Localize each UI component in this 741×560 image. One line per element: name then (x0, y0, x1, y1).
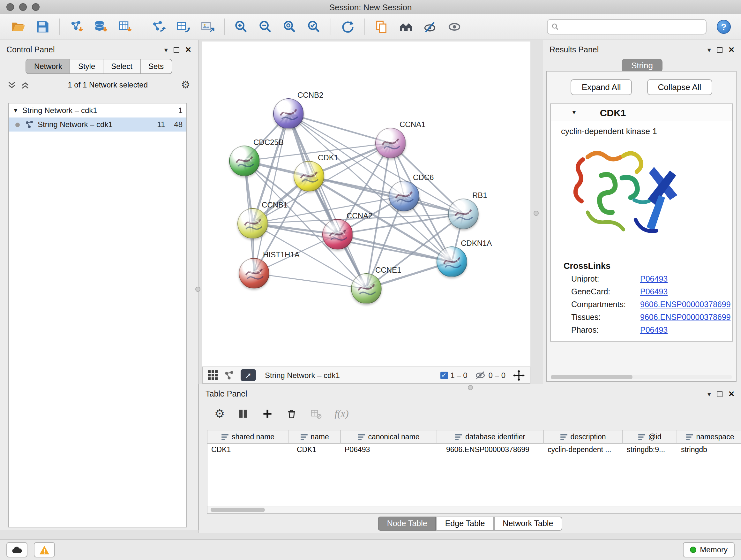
network-edge[interactable] (309, 176, 463, 214)
network-node-label: CCNE1 (375, 266, 401, 274)
zoom-out-button[interactable] (253, 16, 278, 38)
save-session-button[interactable] (30, 16, 55, 38)
column-header[interactable]: description (544, 430, 623, 444)
tab-edge-table[interactable]: Edge Table (436, 516, 494, 531)
tab-network[interactable]: Network (26, 59, 71, 73)
help-button[interactable]: ? (717, 20, 731, 34)
disclosure-triangle-icon[interactable]: ▼ (571, 109, 577, 116)
zoom-fit-button[interactable] (278, 16, 302, 38)
panel-close-icon[interactable]: ✕ (185, 46, 192, 54)
zoom-in-button[interactable] (229, 16, 253, 38)
tab-select[interactable]: Select (104, 59, 141, 73)
column-type-icon (560, 434, 567, 440)
import-network-from-database-button[interactable] (89, 16, 113, 38)
column-header[interactable]: name (289, 430, 341, 444)
tab-node-table[interactable]: Node Table (378, 516, 436, 531)
pan-crosshair-icon[interactable] (513, 369, 525, 381)
vertical-splitter-handle[interactable] (195, 287, 200, 292)
network-view-button[interactable] (224, 370, 234, 380)
network-node-ccne1[interactable] (351, 273, 382, 304)
column-header[interactable]: database identifier (437, 430, 544, 444)
network-edge[interactable] (288, 114, 391, 143)
add-column-icon[interactable] (262, 408, 273, 420)
network-node-cdkn1a[interactable] (436, 246, 467, 277)
gear-icon[interactable]: ⚙ (181, 80, 190, 90)
cell-canonical-name: P06493 (341, 444, 437, 457)
network-node-ccna1[interactable] (375, 128, 406, 159)
hide-annotations-button[interactable] (418, 16, 442, 38)
expand-all-icon[interactable] (21, 81, 29, 89)
cloud-status-button[interactable] (6, 542, 27, 557)
collapse-all-icon[interactable] (8, 81, 16, 89)
column-header[interactable]: shared name (207, 430, 289, 444)
detach-view-button[interactable]: ➚ (241, 369, 256, 381)
results-horizontal-scrollbar[interactable] (551, 375, 732, 379)
clone-network-button[interactable] (147, 16, 171, 38)
panel-close-icon[interactable]: ✕ (728, 390, 735, 398)
network-canvas[interactable]: CCNB2CCNA1CDC25BCDK1CDC6RB1CCNB1CCNA2CDK… (202, 42, 530, 367)
network-edge[interactable] (254, 273, 366, 289)
panel-float-icon[interactable] (717, 391, 723, 397)
network-node-cdk1[interactable] (293, 161, 324, 192)
import-network-from-file-button[interactable] (64, 16, 89, 38)
crosslink-link[interactable]: P06493 (640, 287, 668, 296)
import-table-from-file-button[interactable] (113, 16, 137, 38)
apply-layout-button[interactable] (336, 16, 360, 38)
panel-close-icon[interactable]: ✕ (728, 46, 735, 54)
disclosure-triangle-icon[interactable]: ▼ (13, 107, 18, 114)
tab-style[interactable]: Style (71, 59, 104, 73)
home-button[interactable] (394, 16, 418, 38)
delete-row-trash-icon[interactable] (286, 408, 297, 420)
tab-network-table[interactable]: Network Table (494, 516, 562, 531)
network-node-ccnb2[interactable] (273, 98, 304, 129)
show-graphics-details-button[interactable] (442, 16, 467, 38)
network-edge[interactable] (288, 114, 366, 289)
memory-button[interactable]: Memory (683, 542, 735, 557)
network-node-rb1[interactable] (448, 199, 479, 229)
panel-menu-icon[interactable]: ▾ (164, 46, 168, 53)
copy-button[interactable] (369, 16, 394, 38)
protein-section-header[interactable]: ▼ CDK1 (551, 104, 732, 121)
network-node-cdc6[interactable] (389, 181, 419, 211)
column-header[interactable]: @id (623, 430, 677, 444)
network-collection-row[interactable]: ▼ String Network – cdk1 1 (9, 104, 186, 118)
network-row[interactable]: String Network – cdk1 11 48 (9, 118, 186, 132)
network-node-ccnb1[interactable] (238, 208, 268, 239)
panel-float-icon[interactable] (717, 47, 723, 53)
expand-all-button[interactable]: Expand All (571, 79, 632, 95)
birds-eye-view-button[interactable] (208, 370, 218, 380)
zoom-selected-button[interactable] (302, 16, 326, 38)
selected-checkbox-icon[interactable]: ✓ (440, 371, 448, 379)
create-network-from-table-button[interactable] (171, 16, 195, 38)
table-row[interactable]: CDK1 CDK1 P06493 9606.ENSP00000378699 cy… (207, 444, 741, 457)
table-settings-gear-icon[interactable]: ⚙ (214, 408, 225, 420)
collapse-all-button[interactable]: Collapse All (647, 79, 712, 95)
warnings-button[interactable] (34, 542, 55, 557)
network-node-ccna2[interactable] (322, 219, 353, 250)
search-input[interactable] (562, 22, 702, 32)
protein-structure-image (562, 140, 732, 256)
table-horizontal-scrollbar[interactable] (207, 506, 741, 513)
crosslink-link[interactable]: 9606.ENSP00000378699 (640, 300, 731, 309)
toolbar-search-field[interactable] (547, 19, 706, 35)
panel-float-icon[interactable] (174, 47, 179, 53)
table-header-row: shared name name canonical name database… (207, 430, 741, 444)
network-edge[interactable] (254, 114, 288, 273)
toolbar-separator (59, 18, 60, 35)
network-node-hist1h1a[interactable] (239, 258, 269, 289)
network-node-cdc25b[interactable] (229, 145, 260, 176)
show-columns-icon[interactable] (238, 408, 249, 420)
column-header[interactable]: namespace (677, 430, 741, 444)
tab-sets[interactable]: Sets (141, 59, 172, 73)
string-tab-badge[interactable]: String (622, 59, 663, 72)
crosslink-link[interactable]: P06493 (640, 326, 668, 334)
vertical-splitter-handle[interactable] (534, 211, 539, 216)
open-session-button[interactable] (6, 16, 30, 38)
horizontal-splitter-handle[interactable] (468, 385, 473, 390)
column-header[interactable]: canonical name (341, 430, 437, 444)
export-image-button[interactable] (195, 16, 219, 38)
crosslink-link[interactable]: 9606.ENSP00000378699 (640, 313, 731, 322)
panel-menu-icon[interactable]: ▾ (708, 390, 711, 397)
panel-menu-icon[interactable]: ▾ (708, 46, 711, 53)
crosslink-link[interactable]: P06493 (640, 274, 668, 284)
